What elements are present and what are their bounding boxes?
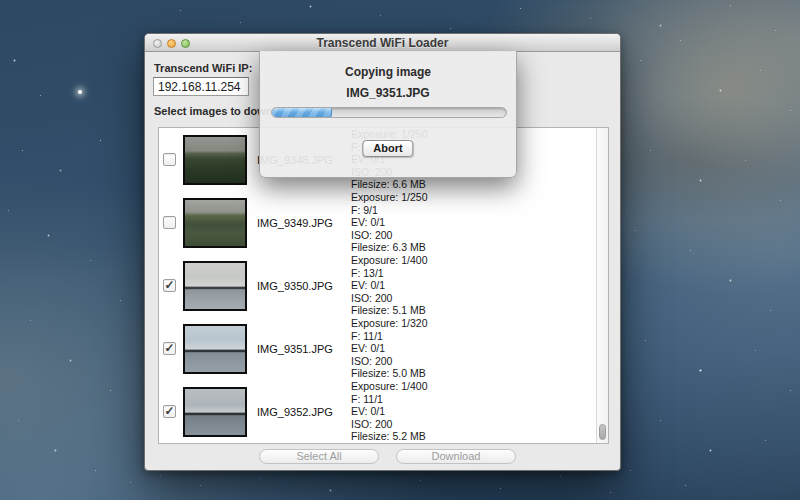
scrollbar-thumb[interactable]: [599, 424, 606, 440]
image-checkbox[interactable]: [163, 153, 176, 166]
ip-label: Transcend WiFi IP:: [154, 62, 252, 74]
exif-line: Exposure: 1/250: [351, 191, 427, 203]
exif-line: Filesize: 6.6 MB: [351, 178, 427, 190]
image-exif: Exposure: 1/250F: 9/1EV: 0/1ISO: 200File…: [351, 191, 427, 253]
exif-line: ISO: 200: [351, 355, 427, 367]
image-checkbox[interactable]: [163, 216, 176, 229]
table-row: ✓ IMG_9352.JPG Exposure: 1/400F: 11/1EV:…: [159, 380, 596, 443]
exif-line: ISO: 200: [351, 229, 427, 241]
image-checkbox[interactable]: ✓: [163, 279, 176, 292]
exif-line: Exposure: 1/320: [351, 317, 427, 329]
image-filename: IMG_9352.JPG: [257, 406, 343, 418]
window-title: Transcend WiFi Loader: [145, 34, 620, 52]
image-checkbox[interactable]: ✓: [163, 405, 176, 418]
exif-line: EV: 0/1: [351, 216, 427, 228]
exif-line: EV: 0/1: [351, 342, 427, 354]
exif-line: EV: 0/1: [351, 405, 427, 417]
exif-line: Filesize: 5.0 MB: [351, 367, 427, 379]
image-exif: Exposure: 1/400F: 13/1EV: 0/1ISO: 200Fil…: [351, 254, 427, 316]
starfield: [0, 0, 1, 1]
image-filename: IMG_9349.JPG: [257, 217, 343, 229]
exif-line: F: 13/1: [351, 267, 427, 279]
exif-line: F: 9/1: [351, 204, 427, 216]
image-thumbnail: [183, 387, 247, 437]
exif-line: Exposure: 1/400: [351, 380, 427, 392]
exif-line: Filesize: 5.2 MB: [351, 430, 427, 442]
image-thumbnail: [183, 198, 247, 248]
download-button[interactable]: Download: [396, 449, 516, 464]
minimize-button[interactable]: [167, 39, 176, 48]
title-bar[interactable]: Transcend WiFi Loader: [145, 34, 620, 52]
table-row: ✓ IMG_9351.JPG Exposure: 1/320F: 11/1EV:…: [159, 317, 596, 380]
sheet-filename: IMG_9351.JPG: [260, 86, 516, 100]
select-all-button[interactable]: Select All: [259, 449, 379, 464]
image-exif: Exposure: 1/320F: 11/1EV: 0/1ISO: 200Fil…: [351, 317, 427, 379]
abort-button[interactable]: Abort: [362, 140, 413, 157]
image-filename: IMG_9351.JPG: [257, 343, 343, 355]
exif-line: F: 11/1: [351, 330, 427, 342]
exif-line: Filesize: 5.1 MB: [351, 304, 427, 316]
ip-input[interactable]: [153, 77, 249, 96]
exif-line: EV: 0/1: [351, 279, 427, 291]
exif-line: Filesize: 6.3 MB: [351, 241, 427, 253]
copy-progress-sheet: Copying image IMG_9351.JPG Abort: [259, 51, 517, 178]
image-checkbox[interactable]: ✓: [163, 342, 176, 355]
sheet-title: Copying image: [260, 65, 516, 79]
image-thumbnail: [183, 324, 247, 374]
image-thumbnail: [183, 135, 247, 185]
table-row: IMG_9349.JPG Exposure: 1/250F: 9/1EV: 0/…: [159, 191, 596, 254]
exif-line: F: 11/1: [351, 393, 427, 405]
desktop-wallpaper: Transcend WiFi Loader Transcend WiFi IP:…: [0, 0, 800, 500]
scrollbar-track[interactable]: [596, 128, 608, 443]
image-exif: Exposure: 1/400F: 11/1EV: 0/1ISO: 200Fil…: [351, 380, 427, 442]
window-controls: [153, 39, 190, 48]
image-thumbnail: [183, 261, 247, 311]
exif-line: Exposure: 1/400: [351, 254, 427, 266]
exif-line: ISO: 200: [351, 292, 427, 304]
table-row: ✓ IMG_9350.JPG Exposure: 1/400F: 13/1EV:…: [159, 254, 596, 317]
zoom-button[interactable]: [181, 39, 190, 48]
bright-star: [78, 90, 82, 94]
close-button[interactable]: [153, 39, 162, 48]
exif-line: ISO: 200: [351, 418, 427, 430]
progress-fill: [272, 108, 332, 117]
image-filename: IMG_9350.JPG: [257, 280, 343, 292]
progress-bar: [271, 107, 507, 118]
